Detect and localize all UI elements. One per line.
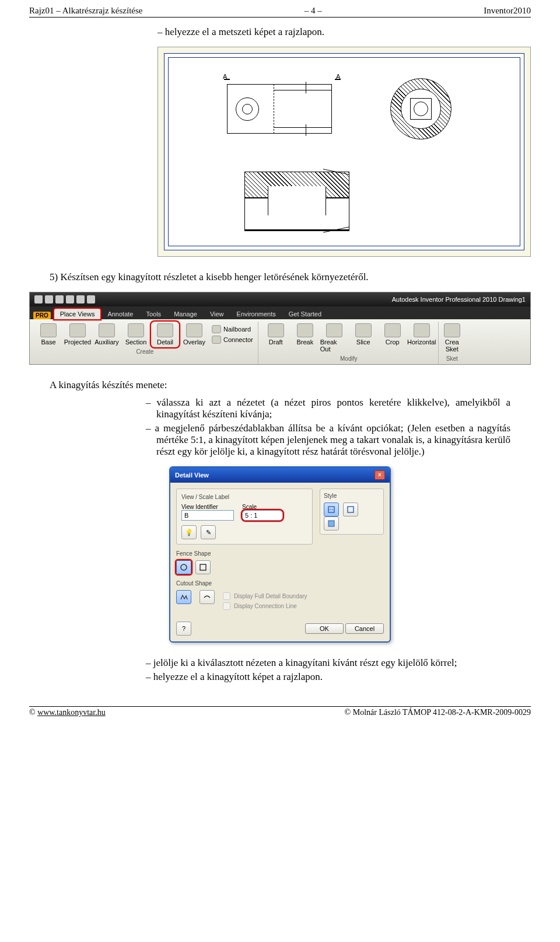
- connector-icon: [212, 336, 221, 344]
- help-button[interactable]: ?: [176, 622, 191, 636]
- fence-circle-button[interactable]: [176, 560, 191, 574]
- horizontal-button[interactable]: Horizontal: [408, 322, 436, 354]
- footer-copyright: ©: [29, 708, 37, 717]
- tab-tools[interactable]: Tools: [140, 309, 167, 319]
- projected-label: Projected: [64, 339, 91, 346]
- app-title: Autodesk Inventor Professional 2010 Draw…: [392, 296, 526, 303]
- section-button[interactable]: Section: [122, 322, 150, 347]
- edit-view-label-button[interactable]: ✎: [201, 525, 216, 539]
- break-out-button[interactable]: Break Out: [320, 322, 348, 354]
- horizontal-label: Horizontal: [407, 339, 436, 346]
- cutout-shape-title: Cutout Shape: [176, 580, 313, 587]
- section-view-icon: [128, 323, 144, 337]
- dialog-title: Detail View: [175, 472, 209, 479]
- tab-place-views[interactable]: Place Views: [54, 309, 101, 319]
- dialog-close-button[interactable]: ×: [374, 470, 385, 480]
- tab-manage[interactable]: Manage: [168, 309, 203, 319]
- style-shaded-button[interactable]: [324, 517, 339, 531]
- projected-view-icon: [69, 323, 86, 337]
- qat-undo-icon[interactable]: [66, 295, 74, 303]
- base-button[interactable]: Base: [34, 322, 62, 347]
- draft-button[interactable]: Draft: [262, 322, 290, 354]
- qat-new-icon[interactable]: [34, 295, 43, 303]
- break-label: Break: [296, 339, 313, 346]
- connection-line-checkbox[interactable]: Display Connection Line: [223, 602, 307, 610]
- auxiliary-label: Auxiliary: [94, 339, 119, 346]
- view-identifier-input[interactable]: [181, 510, 234, 521]
- final-steps-list: jelölje ki a kiválasztott nézeten a kina…: [146, 657, 510, 683]
- page-header: Rajz01 – Alkatrészrajz készítése – 4 – I…: [29, 6, 531, 18]
- break-icon: [297, 323, 313, 337]
- detail-view-dialog: Detail View × View / Scale Label View Id…: [169, 466, 391, 643]
- overlay-button[interactable]: Overlay: [180, 322, 208, 347]
- section-label: Section: [125, 339, 147, 346]
- detail-steps-intro: A kinagyítás készítés menete:: [50, 379, 510, 391]
- tab-annotate[interactable]: Annotate: [102, 309, 139, 319]
- qat-save-icon[interactable]: [55, 295, 64, 303]
- crop-icon: [384, 323, 401, 337]
- nailboard-button[interactable]: Nailboard: [209, 324, 256, 334]
- detail-step-2: a megjelenő párbeszédablakban állítsa be…: [146, 423, 510, 458]
- base-view-icon: [40, 323, 57, 337]
- style-hidden-button[interactable]: [324, 503, 339, 517]
- scale-input[interactable]: [242, 510, 283, 521]
- tab-get-started[interactable]: Get Started: [283, 309, 327, 319]
- header-right: Inventor2010: [484, 6, 531, 16]
- tab-view[interactable]: View: [204, 309, 230, 319]
- connection-line-input[interactable]: [223, 602, 230, 610]
- full-boundary-checkbox[interactable]: Display Full Detail Boundary: [223, 592, 307, 600]
- auxiliary-button[interactable]: Auxiliary: [93, 322, 121, 347]
- detail-steps-list: válassza ki azt a nézetet (a nézet piros…: [146, 397, 510, 458]
- break-button[interactable]: Break: [291, 322, 319, 354]
- create-sketch-icon: [444, 323, 460, 337]
- page-footer: © www.tankonyvtar.hu © Molnár László TÁM…: [29, 706, 531, 717]
- smooth-icon: [203, 593, 211, 601]
- cutout-jagged-button[interactable]: [176, 590, 191, 604]
- cutout-smooth-button[interactable]: [200, 590, 215, 604]
- detail-step-1: válassza ki azt a nézetet (a nézet piros…: [146, 397, 510, 420]
- svg-rect-1: [200, 564, 206, 570]
- quick-access-toolbar[interactable]: [34, 295, 95, 303]
- detail-button[interactable]: Detail: [151, 322, 179, 347]
- qat-open-icon[interactable]: [45, 295, 53, 303]
- hidden-lines-icon: [327, 505, 335, 514]
- horizontal-icon: [414, 323, 430, 337]
- group-fence: Fence Shape: [176, 550, 313, 574]
- crop-label: Crop: [386, 339, 400, 346]
- overlay-label: Overlay: [183, 339, 205, 346]
- svg-rect-5: [328, 521, 334, 526]
- pro-badge: PRO: [33, 312, 51, 319]
- shaded-icon: [327, 519, 335, 528]
- slice-button[interactable]: Slice: [349, 322, 377, 354]
- detail-view-icon: [157, 323, 173, 337]
- slice-icon: [355, 323, 372, 337]
- panel-modify-label: Modify: [340, 354, 357, 363]
- style-nohidden-button[interactable]: [343, 503, 358, 517]
- crop-button[interactable]: Crop: [379, 322, 407, 354]
- group-cutout: Cutout Shape Display Full Detail Boundar…: [176, 580, 313, 612]
- jagged-icon: [180, 593, 188, 601]
- detail-steps-intro-label: A kinagyítás készítés menete:: [50, 379, 167, 390]
- inventor-ribbon: Autodesk Inventor Professional 2010 Draw…: [29, 292, 531, 365]
- scale-label: Scale: [242, 504, 283, 510]
- tab-environments[interactable]: Environments: [231, 309, 282, 319]
- auxiliary-view-icon: [99, 323, 115, 337]
- ok-button[interactable]: OK: [305, 623, 344, 634]
- slice-label: Slice: [356, 339, 370, 346]
- projected-button[interactable]: Projected: [64, 322, 92, 347]
- qat-redo-icon[interactable]: [76, 295, 85, 303]
- panel-sketch-label: Sket: [446, 354, 458, 363]
- connector-button[interactable]: Connector: [209, 334, 256, 345]
- no-hidden-icon: [346, 505, 355, 514]
- create-sketch-label2: Sket: [446, 346, 459, 353]
- header-center: – 4 –: [304, 6, 322, 16]
- final-step-1: jelölje ki a kiválasztott nézeten a kina…: [146, 657, 510, 669]
- footer-link[interactable]: www.tankonyvtar.hu: [37, 708, 106, 717]
- fence-rect-button[interactable]: [195, 560, 211, 574]
- full-boundary-input[interactable]: [223, 592, 230, 600]
- create-sketch-button[interactable]: CreaSket: [442, 322, 462, 354]
- cancel-button[interactable]: Cancel: [345, 623, 384, 634]
- qat-print-icon[interactable]: [87, 295, 95, 303]
- label-visibility-button[interactable]: 💡: [181, 525, 197, 539]
- group-style: Style: [320, 489, 384, 535]
